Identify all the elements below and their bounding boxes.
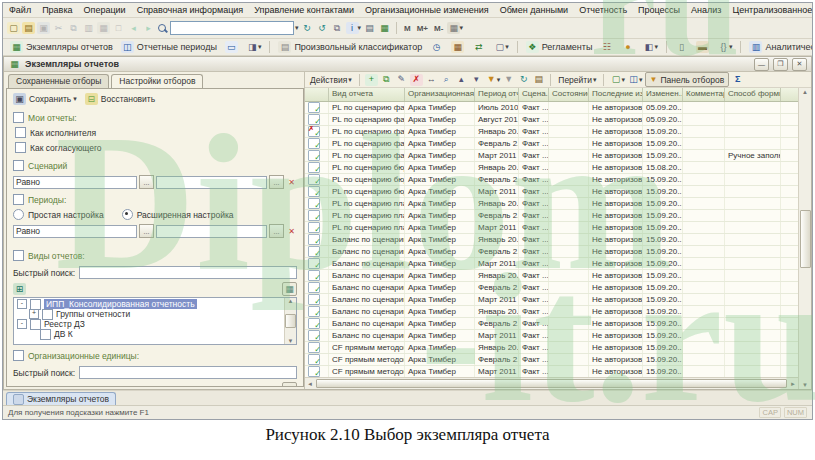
checkbox-icon[interactable] bbox=[13, 250, 24, 261]
save-icon[interactable]: ▣ bbox=[37, 22, 50, 34]
forward-icon[interactable]: ▸ bbox=[142, 22, 155, 34]
layout-icon-dropdown[interactable]: ▾ bbox=[654, 43, 658, 51]
undo-icon[interactable]: ↺ bbox=[316, 22, 329, 34]
grid-header[interactable]: Вид отчетаОрганизационная е..Период отч.… bbox=[305, 88, 798, 102]
checkbox-icon[interactable] bbox=[30, 299, 41, 310]
menu-обмен данными[interactable]: Обмен данными bbox=[500, 5, 569, 15]
column-header[interactable]: Способ форми... bbox=[725, 88, 781, 101]
columns-icon-dropdown[interactable]: ▾ bbox=[639, 76, 643, 84]
ellipsis-button[interactable]: ... bbox=[139, 224, 154, 238]
mail-icon[interactable]: ▭ bbox=[225, 41, 238, 53]
phone-icon[interactable]: ▯ bbox=[672, 41, 691, 53]
column-header[interactable]: Сцена... bbox=[519, 88, 549, 101]
checkbox-icon[interactable] bbox=[13, 160, 24, 171]
exchange-icon[interactable]: ⇄ bbox=[469, 41, 488, 53]
clear-icon[interactable]: ✕ bbox=[286, 177, 297, 188]
calendar-icon[interactable]: ▦ bbox=[451, 41, 464, 53]
interval-icon[interactable]: ↔ bbox=[425, 74, 438, 86]
column-header[interactable]: Последние из... bbox=[589, 88, 643, 101]
scenario-comparison-select[interactable]: Равно bbox=[13, 176, 137, 189]
quick-search-input[interactable] bbox=[79, 266, 297, 279]
new-document-icon[interactable]: ▢ bbox=[7, 22, 20, 34]
tab-saved-filters[interactable]: Сохраненные отборы bbox=[8, 74, 109, 88]
case-icon[interactable]: ▬ bbox=[693, 41, 712, 53]
phone-icon[interactable]: ▯ bbox=[675, 41, 688, 53]
column-header-state[interactable] bbox=[305, 88, 329, 101]
scroll-up-icon[interactable]: ▲ bbox=[802, 89, 808, 95]
table-row[interactable]: PL по сценарию бюджетАрка ТимберМарт 201… bbox=[305, 186, 798, 198]
table-row[interactable]: PL по сценарию фактАрка ТимберМарт 2011 … bbox=[305, 150, 798, 162]
expander-icon[interactable]: - bbox=[17, 299, 27, 309]
tree-scrollbar[interactable]: ▲ ▼ bbox=[284, 298, 296, 344]
layout-icon[interactable]: ◧▾ bbox=[639, 41, 661, 53]
advanced-setup-radio[interactable] bbox=[122, 209, 133, 220]
menu-правка[interactable]: Правка bbox=[42, 5, 72, 15]
calendar-icon[interactable]: ▦ bbox=[448, 41, 467, 53]
goto-button[interactable]: Перейти▾ bbox=[556, 75, 598, 85]
doc-settings-icon-dropdown[interactable]: ▾ bbox=[505, 43, 509, 51]
search-input[interactable] bbox=[170, 21, 294, 35]
clipboard-icon[interactable]: ⧉ bbox=[331, 22, 344, 34]
table-row[interactable]: Баланс по сценарию п...Арка ТимберМарт 2… bbox=[305, 294, 798, 306]
cut-icon[interactable]: ✂ bbox=[52, 22, 65, 34]
delete-icon[interactable]: ✗ bbox=[410, 74, 423, 86]
menu-процессы[interactable]: Процессы bbox=[638, 5, 680, 15]
refresh-icon[interactable]: ↻ bbox=[517, 74, 530, 86]
users-icon[interactable]: ☷ bbox=[597, 41, 616, 53]
as-approver-checkbox-row[interactable]: Как согласующего bbox=[15, 142, 297, 153]
sort-desc-icon[interactable]: ▾ bbox=[470, 74, 483, 86]
list-icon[interactable]: ▤ bbox=[363, 22, 376, 34]
period-value-field[interactable] bbox=[156, 225, 267, 238]
memory-button-M+[interactable]: M+ bbox=[415, 24, 430, 33]
menu-централизованное казначейство[interactable]: Централизованное казначейство bbox=[732, 5, 813, 15]
scroll-down-icon[interactable]: ▼ bbox=[288, 338, 294, 344]
sort-asc-icon[interactable]: ▴ bbox=[455, 74, 468, 86]
copy-icon[interactable]: ⧉ bbox=[67, 22, 80, 34]
panel-button-analytic-reports-icon[interactable]: ▥Аналитические отчеты bbox=[746, 41, 813, 53]
classifier-icon[interactable]: ▤ bbox=[278, 41, 291, 53]
period-comparison-select[interactable]: Равно bbox=[13, 225, 137, 238]
checkbox-icon[interactable] bbox=[13, 112, 24, 123]
redo-icon[interactable]: ↻ bbox=[301, 22, 314, 34]
checkbox-icon[interactable] bbox=[15, 142, 26, 153]
filter-clear-icon[interactable]: ▼ bbox=[502, 74, 515, 86]
panel-button-classifier-icon[interactable]: ▤Произвольный классификатор bbox=[275, 41, 425, 53]
users-icon[interactable]: ☷ bbox=[600, 41, 613, 53]
user-icon[interactable]: ● bbox=[621, 41, 634, 53]
table-row[interactable]: Баланс по сценарию б...Арка ТимберМарт 2… bbox=[305, 258, 798, 270]
table-row[interactable]: PL по сценарию фактАрка ТимберФевраль 2.… bbox=[305, 138, 798, 150]
print-icon[interactable]: ▦ bbox=[97, 22, 110, 34]
table-row[interactable]: PL по сценарию планАрка ТимберЯнварь 20.… bbox=[305, 198, 798, 210]
column-header[interactable]: Комментар... bbox=[683, 88, 725, 101]
panel-settings-icon-dropdown[interactable]: ▾ bbox=[258, 43, 262, 51]
add-copy-icon[interactable]: ⧉ bbox=[380, 74, 393, 86]
add-icon[interactable]: + bbox=[365, 74, 378, 86]
ellipsis-button[interactable]: ... bbox=[269, 224, 284, 238]
table-row[interactable]: Баланс по сценарию ф...Арка ТимберЯнварь… bbox=[305, 306, 798, 318]
mail-icon[interactable]: ▭ bbox=[222, 41, 241, 53]
filter-set-icon-dropdown[interactable]: ▾ bbox=[497, 76, 501, 84]
calculator-icon-dropdown[interactable]: ▾ bbox=[459, 24, 463, 32]
scroll-down-icon[interactable]: ▼ bbox=[802, 382, 808, 388]
table-row[interactable]: PL по сценарию бюджетАрка ТимберЯнварь 2… bbox=[305, 162, 798, 174]
report-periods-icon[interactable]: ◫ bbox=[121, 41, 134, 53]
table-row[interactable]: CF прямым методом п...Арка ТимберМарт 20… bbox=[305, 366, 798, 377]
print-preview-icon[interactable]: □ bbox=[112, 22, 125, 34]
scroll-right-icon[interactable]: ► bbox=[790, 381, 796, 387]
find-icon[interactable]: ⌕ bbox=[440, 74, 453, 86]
menu-файл[interactable]: Файл bbox=[9, 5, 31, 15]
table-row[interactable]: Баланс по сценарию ф...Арка ТимберФеврал… bbox=[305, 318, 798, 330]
hierarchy-icon[interactable]: ⊞ bbox=[13, 283, 26, 295]
table-row[interactable]: Баланс по сценарию п...Арка ТимберЯнварь… bbox=[305, 270, 798, 282]
menu-справочная информация[interactable]: Справочная информация bbox=[137, 5, 244, 15]
report-kind-item[interactable]: ДВ К bbox=[14, 329, 284, 339]
ellipsis-button[interactable]: ... bbox=[269, 175, 284, 189]
table-row[interactable]: PL по сценарию фактАрка ТимберАвгуст 201… bbox=[305, 114, 798, 126]
org-units-checkbox-row[interactable]: Организационные единицы: bbox=[13, 350, 297, 361]
report-kinds-checkbox-row[interactable]: Виды отчетов: bbox=[13, 250, 297, 261]
scroll-up-icon[interactable]: ▲ bbox=[288, 298, 294, 304]
column-header[interactable]: Изменен... bbox=[643, 88, 683, 101]
exchange-icon[interactable]: ⇄ bbox=[472, 41, 485, 53]
table-row[interactable]: Баланс по сценарию п...Арка ТимберФеврал… bbox=[305, 282, 798, 294]
menu-операции[interactable]: Операции bbox=[84, 5, 126, 15]
